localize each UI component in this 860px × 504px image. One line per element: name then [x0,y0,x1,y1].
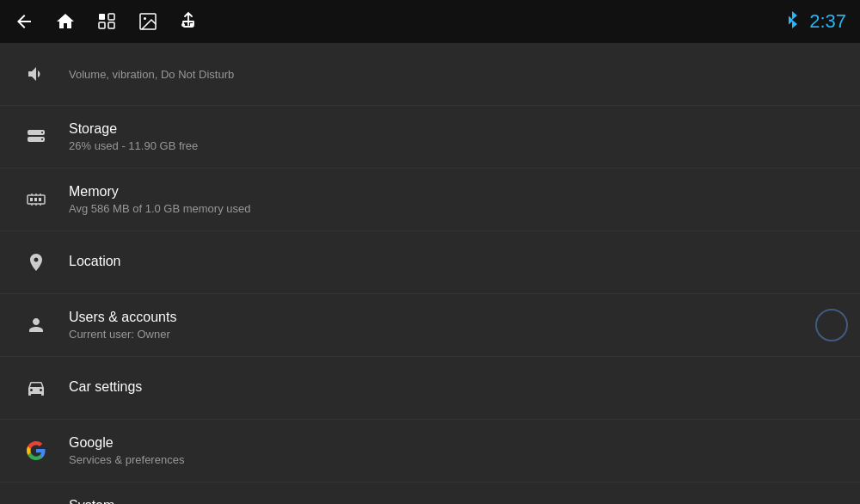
settings-list: Volume, vibration, Do Not Disturb Storag… [0,43,860,504]
settings-item-storage[interactable]: Storage 26% used - 11.90 GB free [0,106,860,169]
svg-rect-12 [34,198,37,201]
ripple-indicator [815,309,848,341]
google-title: Google [69,435,843,451]
svg-rect-0 [99,14,105,20]
bluetooth-icon [783,9,801,34]
svg-rect-1 [99,22,105,28]
storage-icon [17,118,55,156]
svg-rect-2 [108,14,114,20]
users-subtitle: Current user: Owner [69,328,843,341]
settings-item-location[interactable]: Location [0,231,860,294]
location-icon [17,243,55,281]
svg-rect-11 [30,198,33,201]
settings-item-volume[interactable]: Volume, vibration, Do Not Disturb [0,43,860,106]
location-title: Location [69,254,843,269]
svg-point-5 [144,17,146,20]
settings-item-memory[interactable]: Memory Avg 586 MB of 1.0 GB memory used [0,169,860,231]
svg-rect-13 [39,198,41,201]
memory-text: Memory Avg 586 MB of 1.0 GB memory used [69,184,843,215]
settings-item-google[interactable]: Google Services & preferences [0,420,860,482]
settings-item-system[interactable]: System Languages, time, backup, updates [0,482,860,504]
google-icon [17,432,55,470]
svg-point-9 [41,138,43,140]
status-right: 2:37 [783,9,846,34]
home-button[interactable] [55,11,76,32]
svg-rect-7 [190,23,194,27]
volume-icon [17,55,55,93]
users-icon [17,306,55,344]
volume-subtitle: Volume, vibration, Do Not Disturb [69,68,843,81]
memory-icon [17,181,55,218]
usb-button[interactable] [179,11,198,32]
svg-rect-3 [108,22,114,28]
svg-point-8 [41,132,43,133]
settings-item-car[interactable]: Car settings [0,357,860,420]
location-text: Location [69,254,843,272]
car-text: Car settings [69,379,843,397]
google-text: Google Services & preferences [69,435,843,466]
svg-point-6 [181,23,185,27]
system-icon [17,495,55,504]
status-bar: 2:37 [0,0,860,43]
memory-subtitle: Avg 586 MB of 1.0 GB memory used [69,202,843,215]
settings-item-users[interactable]: Users & accounts Current user: Owner [0,294,860,357]
recents-button[interactable] [96,11,117,32]
memory-title: Memory [69,184,843,200]
car-icon [17,369,55,407]
users-title: Users & accounts [69,310,843,325]
volume-text: Volume, vibration, Do Not Disturb [69,68,843,81]
gallery-button[interactable] [138,11,158,32]
google-subtitle: Services & preferences [69,453,843,466]
time-display: 2:37 [809,10,846,33]
car-title: Car settings [69,379,843,395]
storage-text: Storage 26% used - 11.90 GB free [69,121,843,152]
nav-icons [14,11,198,32]
system-text: System Languages, time, backup, updates [69,498,843,504]
storage-title: Storage [69,121,843,137]
users-text: Users & accounts Current user: Owner [69,310,843,341]
back-button[interactable] [14,11,34,32]
system-title: System [69,498,843,504]
storage-subtitle: 26% used - 11.90 GB free [69,139,843,152]
